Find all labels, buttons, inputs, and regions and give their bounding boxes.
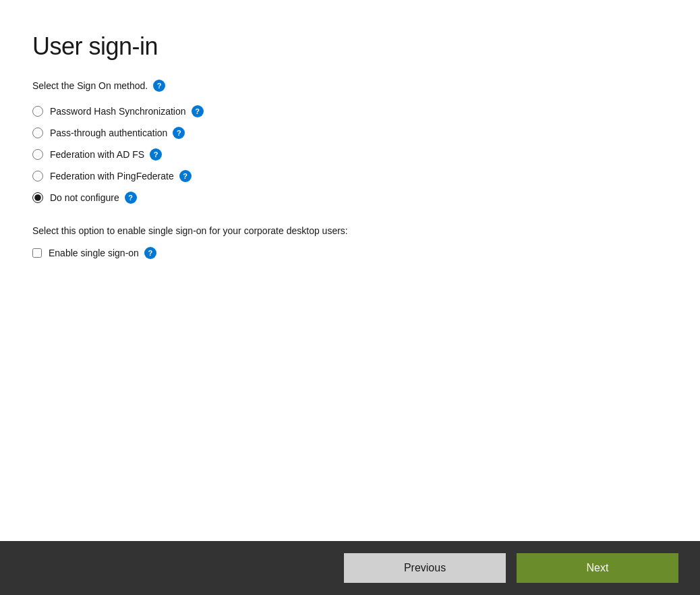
radio-ping-label: Federation with PingFederate ? [50,170,192,182]
sso-help-icon[interactable]: ? [144,247,156,259]
radio-option-adfs[interactable]: Federation with AD FS ? [32,148,668,161]
radio-option-pta[interactable]: Pass-through authentication ? [32,127,668,139]
radio-phs-text: Password Hash Synchronization [50,106,186,117]
radio-ping-text: Federation with PingFederate [50,171,174,181]
next-button[interactable]: Next [517,553,678,583]
sso-checkbox[interactable] [32,248,42,258]
sign-on-radio-group: Password Hash Synchronization ? Pass-thr… [32,105,668,204]
radio-adfs[interactable] [32,149,43,160]
radio-phs-label: Password Hash Synchronization ? [50,105,204,117]
sso-section: Select this option to enable single sign… [32,225,668,259]
sso-section-label: Select this option to enable single sign… [32,225,668,236]
radio-ping-help-icon[interactable]: ? [179,170,192,182]
radio-phs[interactable] [32,106,43,117]
radio-adfs-label: Federation with AD FS ? [50,148,162,161]
radio-option-none[interactable]: Do not configure ? [32,192,668,204]
footer-bar: Previous Next [0,541,700,595]
sso-checkbox-option[interactable]: Enable single sign-on ? [32,247,668,259]
page-title: User sign-in [32,32,668,61]
radio-ping[interactable] [32,171,43,181]
radio-none[interactable] [32,192,43,203]
sso-checkbox-text: Enable single sign-on [49,248,139,258]
radio-phs-help-icon[interactable]: ? [192,105,204,117]
radio-pta-label: Pass-through authentication ? [50,127,185,139]
radio-none-text: Do not configure [50,192,119,203]
previous-button[interactable]: Previous [344,553,506,583]
radio-option-ping[interactable]: Federation with PingFederate ? [32,170,668,182]
radio-pta[interactable] [32,128,43,138]
radio-adfs-help-icon[interactable]: ? [150,148,162,161]
section-label: Select the Sign On method. ? [32,80,668,92]
radio-none-label: Do not configure ? [50,192,137,204]
section-help-icon[interactable]: ? [153,80,165,92]
radio-none-help-icon[interactable]: ? [125,192,137,204]
section-label-text: Select the Sign On method. [32,80,148,91]
radio-pta-text: Pass-through authentication [50,128,167,138]
radio-option-phs[interactable]: Password Hash Synchronization ? [32,105,668,117]
radio-adfs-text: Federation with AD FS [50,149,144,160]
sso-checkbox-label: Enable single sign-on ? [49,247,156,259]
main-content: User sign-in Select the Sign On method. … [0,0,700,541]
radio-pta-help-icon[interactable]: ? [173,127,185,139]
